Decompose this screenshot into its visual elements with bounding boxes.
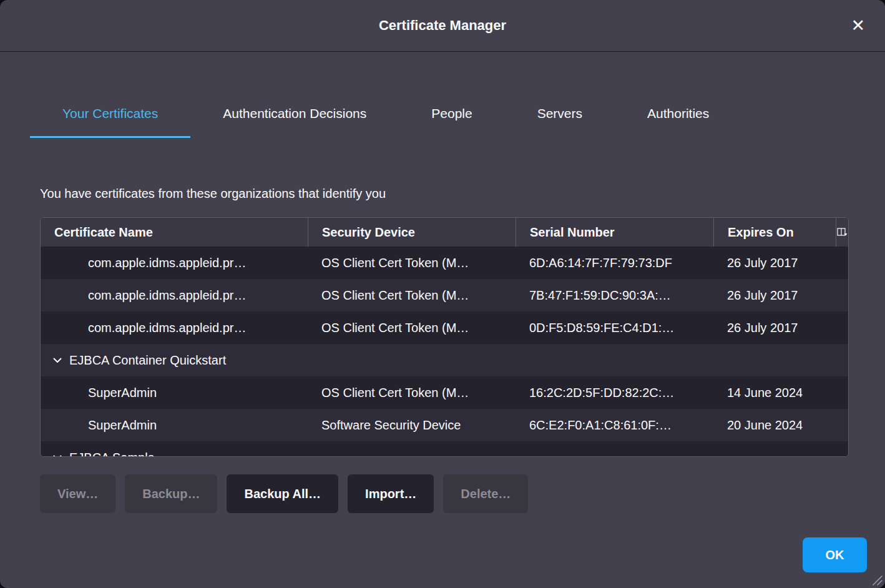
tab-servers[interactable]: Servers: [505, 91, 615, 138]
column-header-expires-on[interactable]: Expires On: [713, 218, 836, 247]
table-row[interactable]: SuperAdmin Software Security Device 6C:E…: [41, 409, 848, 441]
ok-button[interactable]: OK: [803, 537, 867, 572]
spacer-cell: [836, 311, 849, 344]
spacer-cell: [836, 376, 849, 409]
tab-authentication-decisions[interactable]: Authentication Decisions: [190, 91, 399, 138]
serial-number-cell: 6C:E2:F0:A1:C8:61:0F:…: [516, 409, 713, 441]
certificate-manager-dialog: Certificate Manager ✕ Your Certificates …: [0, 0, 885, 588]
chevron-down-icon[interactable]: [53, 455, 62, 458]
cert-name-cell: SuperAdmin: [41, 376, 308, 409]
cert-name-cell: com.apple.idms.appleid.pr…: [41, 247, 308, 279]
security-device-cell: OS Client Cert Token (M…: [308, 247, 516, 279]
table-group-row-partial[interactable]: EJBCA Sample: [41, 441, 848, 457]
view-button[interactable]: View…: [40, 474, 115, 513]
column-header-security-device[interactable]: Security Device: [308, 218, 516, 247]
table-row[interactable]: com.apple.idms.appleid.pr… OS Client Cer…: [41, 279, 848, 311]
table-row[interactable]: com.apple.idms.appleid.pr… OS Client Cer…: [41, 311, 848, 344]
cert-name-cell: SuperAdmin: [41, 409, 308, 441]
backup-all-button[interactable]: Backup All…: [227, 474, 338, 513]
tab-your-certificates[interactable]: Your Certificates: [30, 91, 190, 138]
security-device-cell: OS Client Cert Token (M…: [308, 376, 516, 409]
tab-strip: Your Certificates Authentication Decisio…: [30, 91, 855, 138]
serial-number-cell: 6D:A6:14:7F:7F:79:73:DF: [516, 247, 713, 279]
intro-text: You have certificates from these organiz…: [40, 187, 845, 201]
spacer-cell: [836, 279, 849, 311]
cert-name-cell: com.apple.idms.appleid.pr…: [41, 311, 308, 344]
column-header-certificate-name[interactable]: Certificate Name: [41, 218, 308, 247]
resize-grip-icon[interactable]: [869, 572, 883, 586]
serial-number-cell: 0D:F5:D8:59:FE:C4:D1:…: [516, 311, 713, 344]
table-header: Certificate Name Security Device Serial …: [41, 218, 848, 247]
chevron-down-icon[interactable]: [53, 358, 62, 363]
import-button[interactable]: Import…: [348, 474, 434, 513]
expires-on-cell: 26 July 2017: [713, 311, 836, 344]
security-device-cell: OS Client Cert Token (M…: [308, 311, 516, 344]
table-group-row[interactable]: EJBCA Container Quickstart: [41, 344, 848, 376]
table-row[interactable]: SuperAdmin OS Client Cert Token (M… 16:2…: [41, 376, 848, 409]
serial-number-cell: 16:2C:2D:5F:DD:82:2C:…: [516, 376, 713, 409]
dialog-title: Certificate Manager: [379, 17, 506, 34]
serial-number-cell: 7B:47:F1:59:DC:90:3A:…: [516, 279, 713, 311]
expires-on-cell: 26 July 2017: [713, 247, 836, 279]
delete-button[interactable]: Delete…: [443, 474, 528, 513]
tab-authorities[interactable]: Authorities: [615, 91, 741, 138]
close-icon: ✕: [851, 16, 865, 35]
title-bar: Certificate Manager ✕: [0, 0, 885, 52]
group-label: EJBCA Sample: [69, 451, 155, 458]
security-device-cell: OS Client Cert Token (M…: [308, 279, 516, 311]
certificates-table: Certificate Name Security Device Serial …: [40, 217, 849, 457]
group-label: EJBCA Container Quickstart: [69, 353, 226, 368]
expires-on-cell: 20 June 2024: [713, 409, 836, 441]
action-button-row: View… Backup… Backup All… Import… Delete…: [40, 474, 885, 513]
table-row[interactable]: com.apple.idms.appleid.pr… OS Client Cer…: [41, 247, 848, 279]
security-device-cell: Software Security Device: [308, 409, 516, 441]
column-header-serial-number[interactable]: Serial Number: [516, 218, 713, 247]
expires-on-cell: 26 July 2017: [713, 279, 836, 311]
backup-button[interactable]: Backup…: [125, 474, 217, 513]
cert-name-cell: com.apple.idms.appleid.pr…: [41, 279, 308, 311]
close-button[interactable]: ✕: [847, 15, 869, 37]
spacer-cell: [836, 409, 849, 441]
tab-people[interactable]: People: [399, 91, 504, 138]
column-picker-icon: [837, 227, 848, 237]
spacer-cell: [836, 247, 849, 279]
column-picker-button[interactable]: [836, 218, 848, 247]
expires-on-cell: 14 June 2024: [713, 376, 836, 409]
